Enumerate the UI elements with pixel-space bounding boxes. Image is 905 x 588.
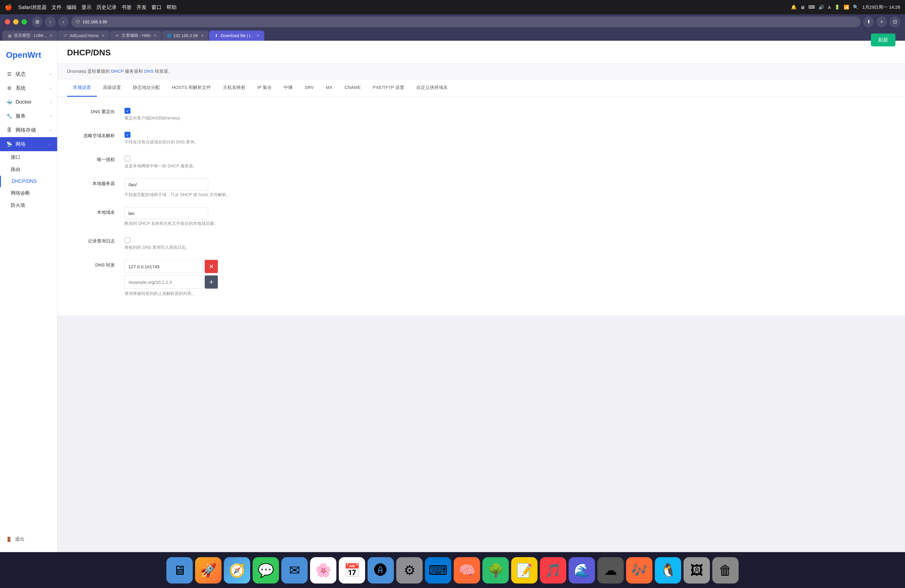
dock-cloud[interactable]: ☁ [597, 557, 624, 583]
dhcp-link[interactable]: DHCP [111, 68, 124, 74]
sidebar-item-docker[interactable]: 🐳 Docker › [0, 95, 57, 109]
dock-sysprefs[interactable]: ⚙ [396, 557, 422, 583]
dock-vscode[interactable]: ⌨ [425, 557, 451, 583]
log-queries-checkbox[interactable] [124, 237, 130, 243]
menubar-view[interactable]: 显示 [81, 4, 92, 11]
sidebar-item-service-label: 服务 [16, 113, 26, 119]
tab-general[interactable]: 常规设置 [67, 79, 97, 97]
dock-qq[interactable]: 🐧 [655, 557, 681, 583]
address-bar[interactable]: 🛡 192.168.3.99 [71, 16, 861, 27]
dns-link[interactable]: DNS [144, 68, 154, 74]
tab-ipsets[interactable]: IP 集合 [251, 79, 278, 97]
dock-appstore[interactable]: 🅐 [367, 557, 394, 583]
dock-music[interactable]: 🎵 [540, 557, 566, 583]
dns-forward-delete-button-0[interactable]: ✕ [205, 260, 218, 273]
sidebar-item-logout[interactable]: 🚪 退出 [0, 531, 57, 547]
tab1-close[interactable]: ✕ [50, 33, 53, 38]
apple-menu[interactable]: 🍎 [5, 3, 12, 11]
tab-static[interactable]: 静态地址分配 [127, 79, 166, 97]
sidebar-item-storage[interactable]: 🗄 网络存储 › [0, 123, 57, 137]
menubar-search-icon[interactable]: 🔍 [853, 5, 859, 10]
dock-imusic[interactable]: 🎶 [626, 557, 653, 583]
dock-inote[interactable]: 📝 [511, 557, 538, 583]
tab-5[interactable]: ⬇ Download file | i... ✕ [209, 30, 264, 41]
sidebar-item-system[interactable]: ⚙ 系统 › [0, 81, 57, 95]
tabs-overview-button[interactable]: ⊡ [889, 16, 900, 27]
tab4-label: 192.168.3.99 [173, 33, 198, 38]
menubar-bookmarks[interactable]: 书签 [122, 4, 132, 11]
sidebar-sub-diagnosis[interactable]: 网络诊断 [0, 187, 57, 199]
dns-forward-input-0[interactable] [124, 260, 202, 273]
maximize-window-button[interactable] [22, 19, 27, 25]
dns-forward-add-input[interactable] [124, 275, 202, 289]
sidebar-sub-firewall[interactable]: 防火墙 [0, 199, 57, 212]
unique-auth-checkbox[interactable] [124, 156, 130, 162]
sidebar-item-status[interactable]: ☰ 状态 › [0, 67, 57, 81]
tab2-close[interactable]: ✕ [102, 33, 105, 38]
tab-advanced[interactable]: 高级设置 [97, 79, 127, 97]
back-button[interactable]: ‹ [45, 16, 56, 27]
dock-trash[interactable]: 🗑 [712, 557, 738, 583]
browser-chrome: ⊞ ‹ › 🛡 192.168.3.99 ⬆ + ⊡ 🤖 语言模型 · Lobe… [0, 14, 905, 41]
log-queries-checkbox-wrapper [124, 236, 895, 243]
dock-launchpad[interactable]: 🚀 [195, 557, 221, 583]
dock-arc[interactable]: 🌊 [568, 557, 595, 583]
menubar-help[interactable]: 帮助 [167, 4, 176, 11]
tab-srv[interactable]: SRV [298, 79, 320, 97]
local-domain-input[interactable] [124, 207, 208, 219]
dock-sourcetree[interactable]: 🌳 [483, 557, 509, 583]
dock-safari[interactable]: 🧭 [224, 557, 250, 583]
tab-relay[interactable]: 中继 [278, 79, 298, 97]
sidebar-sub-dhcp[interactable]: DHCP/DNS [0, 176, 57, 187]
dock-mail[interactable]: ✉ [281, 557, 308, 583]
sidebar-sub-routing[interactable]: 路由 [0, 164, 57, 176]
sidebar-sub-interface[interactable]: 接口 [0, 151, 57, 164]
menubar-notification-icon: 🔔 [791, 5, 797, 10]
dock-photos[interactable]: 🌸 [310, 557, 337, 583]
tab-pxe[interactable]: PXE/TFTP 设置 [367, 79, 410, 97]
dns-redirect-checkbox[interactable]: ✓ [124, 108, 130, 114]
tab4-favicon: 🌐 [167, 33, 171, 38]
menubar-window[interactable]: 窗口 [151, 4, 162, 11]
sidebar-item-network[interactable]: 📡 网络 ⌄ [0, 137, 57, 151]
new-tab-button[interactable]: + [876, 16, 887, 27]
logout-label: 退出 [15, 536, 25, 542]
dns-forward-add-button[interactable]: + [205, 275, 218, 289]
tab5-close[interactable]: ✕ [256, 33, 259, 38]
shield-icon: 🛡 [76, 19, 80, 24]
dock-calendar[interactable]: 📅 [339, 557, 365, 583]
dock-messages[interactable]: 💬 [252, 557, 279, 583]
tab-4[interactable]: 🌐 192.168.3.99 ✕ [162, 30, 209, 41]
sidebar-toggle-button[interactable]: ⊞ [32, 16, 43, 27]
close-window-button[interactable] [5, 19, 10, 25]
menubar-develop[interactable]: 开发 [137, 4, 147, 11]
tab-1[interactable]: 🤖 语言模型 · Lobe... ✕ [2, 30, 57, 41]
tab-3[interactable]: ✏ 文章编辑 - Halo ✕ [110, 30, 161, 41]
page-title: DHCP/DNS [67, 48, 895, 57]
menubar-edit[interactable]: 编辑 [67, 4, 76, 11]
tab-2[interactable]: 🛡 AdGuard Home ✕ [58, 30, 109, 41]
local-server-input[interactable] [124, 178, 208, 191]
dock-idea[interactable]: 🧠 [454, 557, 480, 583]
tab-cname[interactable]: CNAME [338, 79, 367, 97]
dns-redirect-checkbox-wrapper: ✓ [124, 106, 895, 114]
menubar-file[interactable]: 文件 [51, 4, 62, 11]
tab-domain[interactable]: 自定义挟持域名 [410, 79, 454, 97]
sidebar-item-system-label: 系统 [16, 85, 26, 92]
tab-mx[interactable]: MX [320, 79, 339, 97]
tab4-close[interactable]: ✕ [201, 33, 204, 38]
refresh-button[interactable]: 刷新 [871, 33, 895, 46]
share-button[interactable]: ⬆ [863, 16, 874, 27]
ignore-resolve-checkbox[interactable]: ✓ [124, 132, 130, 138]
menubar-history[interactable]: 历史记录 [96, 4, 117, 11]
tab3-close[interactable]: ✕ [154, 33, 157, 38]
forward-button[interactable]: › [58, 16, 69, 27]
minimize-window-button[interactable] [13, 19, 19, 25]
log-queries-description: 将收到的 DNS 查询写入系统日志。 [124, 245, 895, 250]
dock-photos2[interactable]: 🖼 [684, 557, 710, 583]
tab-hosts[interactable]: HOSTS 和解析文件 [166, 79, 217, 97]
menubar-safari[interactable]: Safari浏览器 [18, 4, 47, 11]
sidebar-item-service[interactable]: 🔧 服务 › [0, 109, 57, 123]
tab-hostname[interactable]: 主机名映射 [217, 79, 251, 97]
dock-finder[interactable]: 🖥 [167, 557, 193, 583]
